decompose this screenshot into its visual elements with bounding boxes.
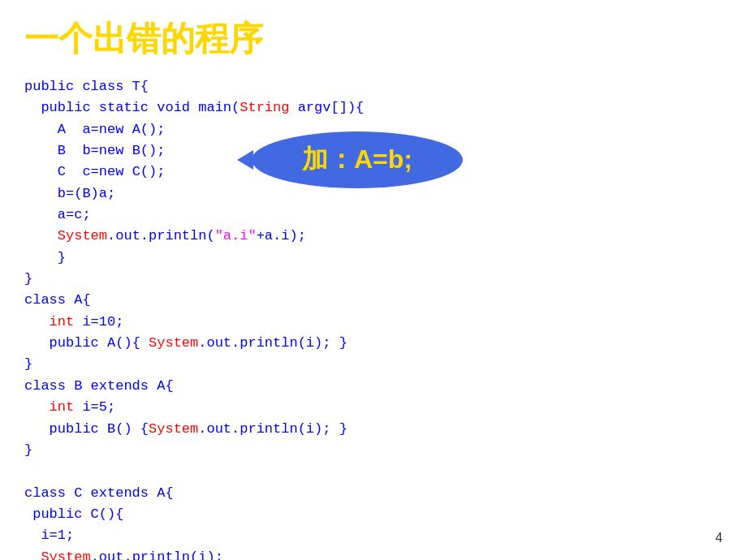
code-line-8: System.out.println("a.i"+a.i); [24, 226, 723, 247]
code-line-19 [24, 461, 723, 482]
code-line-21: public C(){ [24, 504, 723, 525]
code-line-1: public class T{ [24, 76, 723, 97]
page-container: 一个出错的程序 加：A=b; public class T{ public st… [0, 0, 747, 560]
code-line-16: int i=5; [24, 397, 723, 418]
code-line-18: } [24, 440, 723, 461]
code-line-13: public A(){ System.out.println(i); } [24, 333, 723, 354]
page-title: 一个出错的程序 [24, 16, 723, 62]
code-line-14: } [24, 354, 723, 375]
code-line-2: public static void main(String argv[]){ [24, 97, 723, 118]
code-line-9: } [24, 248, 723, 269]
code-line-11: class A{ [24, 290, 723, 311]
code-line-17: public B() {System.out.println(i); } [24, 419, 723, 440]
code-line-7: a=c; [24, 205, 723, 226]
code-line-23: System.out.println(i); [24, 547, 723, 560]
code-line-20: class C extends A{ [24, 483, 723, 504]
code-line-15: class B extends A{ [24, 376, 723, 397]
code-line-10: } [24, 269, 723, 290]
callout-text: 加：A=b; [302, 140, 412, 180]
code-line-22: i=1; [24, 525, 723, 546]
callout-bubble: 加：A=b; [252, 131, 463, 188]
page-number: 4 [715, 531, 723, 545]
code-block: 加：A=b; public class T{ public static voi… [24, 76, 723, 560]
code-line-12: int i=10; [24, 312, 723, 333]
